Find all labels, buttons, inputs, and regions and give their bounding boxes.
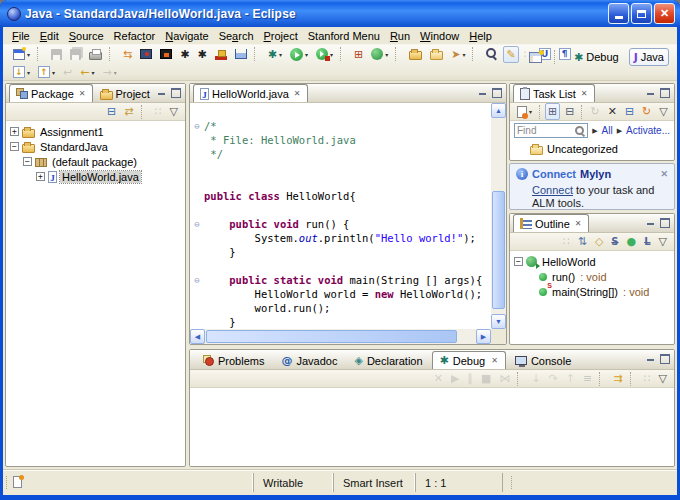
vertical-scrollbar[interactable]: ▲ ▼ bbox=[491, 103, 506, 329]
fast-view-icon[interactable] bbox=[13, 476, 22, 488]
mylyn-connect-link[interactable]: Connect bbox=[532, 184, 573, 196]
print-icon[interactable] bbox=[86, 46, 105, 63]
fold-collapse-icon[interactable]: ⊖ bbox=[190, 273, 204, 287]
menu-project[interactable]: Project bbox=[259, 29, 303, 43]
tab-console[interactable]: Console bbox=[507, 351, 579, 369]
hide-static-icon[interactable]: S bbox=[608, 233, 621, 250]
maximize-view-icon[interactable] bbox=[659, 217, 671, 228]
minimize-view-icon[interactable] bbox=[644, 217, 656, 228]
previous-annotation-icon[interactable]: ↑▾ bbox=[35, 64, 58, 81]
fold-collapse-icon[interactable]: ⊖ bbox=[190, 217, 204, 231]
next-annotation-icon[interactable]: ↓▾ bbox=[10, 64, 33, 81]
use-step-filters-icon[interactable]: ⇉ bbox=[610, 370, 625, 387]
tree-item-run[interactable]: run() : void bbox=[510, 269, 674, 284]
submit-assignment-icon[interactable]: ⇆ bbox=[120, 46, 135, 63]
maximize-view-icon[interactable] bbox=[659, 353, 671, 364]
minimize-button[interactable] bbox=[608, 3, 629, 24]
activate-link[interactable]: Activate... bbox=[626, 125, 670, 136]
tree-item-assignment1[interactable]: +Assignment1 bbox=[6, 124, 185, 139]
tab-declaration[interactable]: ◈Declaration bbox=[346, 351, 430, 369]
menu-search[interactable]: Search bbox=[214, 29, 259, 43]
close-button[interactable]: ✕ bbox=[654, 3, 675, 24]
menu-help[interactable]: Help bbox=[464, 29, 497, 43]
fold-collapse-icon[interactable]: ⊖ bbox=[190, 119, 204, 133]
view-menu-icon[interactable]: ▽ bbox=[656, 233, 670, 250]
dropdown-icon[interactable]: ▽ bbox=[656, 370, 670, 387]
menu-file[interactable]: File bbox=[7, 29, 35, 43]
menu-run[interactable]: Run bbox=[385, 29, 415, 43]
find-input[interactable] bbox=[517, 124, 573, 137]
maximize-view-icon[interactable] bbox=[170, 87, 182, 98]
export-tray-icon[interactable] bbox=[232, 46, 250, 63]
java-perspective-button[interactable]: J Java bbox=[629, 48, 669, 66]
tree-item-main-string[interactable]: main(String[]) : void bbox=[510, 284, 674, 299]
close-icon[interactable]: ✕ bbox=[491, 356, 498, 365]
link-with-editor-icon[interactable]: ⇄ bbox=[121, 103, 136, 120]
stamp-icon[interactable] bbox=[212, 46, 230, 63]
close-icon[interactable]: ✕ bbox=[581, 89, 588, 98]
maximize-button[interactable] bbox=[631, 3, 652, 24]
scroll-right-icon[interactable]: ▶ bbox=[476, 329, 491, 344]
menu-stanford-menu[interactable]: Stanford Menu bbox=[303, 29, 385, 43]
open-folder-icon-2[interactable] bbox=[427, 46, 446, 63]
debug-perspective-button[interactable]: ✱ Debug bbox=[569, 48, 624, 66]
scroll-thumb[interactable] bbox=[206, 330, 457, 343]
tree-item-default-package[interactable]: −(default package) bbox=[6, 154, 185, 169]
horizontal-scrollbar[interactable]: ◀ ▶ bbox=[190, 329, 491, 344]
menu-window[interactable]: Window bbox=[415, 29, 464, 43]
back-icon[interactable]: ←▾ bbox=[77, 64, 97, 81]
tree-item-helloworld[interactable]: −HelloWorld bbox=[510, 254, 674, 269]
open-perspective-icon[interactable] bbox=[526, 49, 545, 66]
scroll-down-icon[interactable]: ▼ bbox=[491, 314, 506, 329]
run-external-tools-icon[interactable]: ▾ bbox=[313, 46, 336, 63]
tree-item-standardjava[interactable]: −StandardJava bbox=[6, 139, 185, 154]
new-task-icon[interactable]: ▾ bbox=[514, 103, 535, 120]
category-uncategorized[interactable]: Uncategorized bbox=[510, 140, 674, 157]
hide-completed-icon[interactable]: ✕ bbox=[605, 103, 620, 120]
categorized-view-icon[interactable]: ⊞ bbox=[545, 103, 560, 120]
debug-icon[interactable]: ✱▾ bbox=[265, 46, 285, 63]
tab-debug[interactable]: ✱Debug✕ bbox=[432, 351, 506, 369]
highlight-icon[interactable]: ✎ bbox=[503, 46, 518, 63]
sort-icon[interactable]: ⇅ bbox=[575, 233, 590, 250]
collapse-all-icon[interactable]: ⊟ bbox=[622, 103, 637, 120]
close-icon[interactable]: ✕ bbox=[294, 89, 301, 98]
new-class-icon[interactable]: ▾ bbox=[368, 46, 391, 63]
hide-local-icon[interactable]: L bbox=[641, 233, 653, 250]
view-menu-icon[interactable]: ▽ bbox=[167, 103, 181, 120]
scroll-thumb[interactable] bbox=[492, 191, 505, 309]
close-icon[interactable]: ✕ bbox=[79, 89, 86, 98]
menu-source[interactable]: Source bbox=[64, 29, 109, 43]
stanford-menu-icon-1[interactable] bbox=[137, 46, 155, 63]
menu-refactor[interactable]: Refactor bbox=[109, 29, 161, 43]
expander-icon[interactable]: − bbox=[514, 257, 523, 266]
expander-icon[interactable]: + bbox=[10, 127, 19, 136]
tab-task-list[interactable]: Task List ✕ bbox=[513, 84, 595, 102]
expander-icon[interactable]: − bbox=[23, 157, 32, 166]
view-menu-icon[interactable]: ▽ bbox=[656, 103, 670, 120]
expander-icon[interactable]: + bbox=[36, 172, 45, 181]
stanford-menu-icon-2[interactable] bbox=[157, 46, 175, 63]
tab-javadoc[interactable]: @Javadoc bbox=[273, 351, 345, 369]
tab-project-explorer[interactable]: Project bbox=[93, 84, 157, 102]
minimize-view-icon[interactable] bbox=[476, 87, 488, 98]
scroll-left-icon[interactable]: ◀ bbox=[190, 329, 205, 344]
run-program-icon-1[interactable]: ✱ bbox=[177, 46, 192, 63]
launch-icon[interactable]: ➤▾ bbox=[448, 46, 468, 63]
open-folder-icon-1[interactable] bbox=[406, 46, 425, 63]
close-icon[interactable]: ✕ bbox=[660, 169, 668, 179]
filter-all-link[interactable]: All bbox=[602, 125, 613, 136]
tab-helloworld-java[interactable]: HelloWorld.java ✕ bbox=[193, 84, 308, 102]
tab-package-explorer[interactable]: Package ✕ bbox=[9, 84, 93, 102]
menu-edit[interactable]: Edit bbox=[35, 29, 64, 43]
scroll-up-icon[interactable]: ▲ bbox=[491, 103, 506, 118]
hide-nonpublic-icon[interactable]: ● bbox=[624, 233, 640, 250]
maximize-view-icon[interactable] bbox=[659, 87, 671, 98]
tab-outline[interactable]: Outline ✕ bbox=[513, 214, 589, 232]
minimize-view-icon[interactable] bbox=[644, 353, 656, 364]
maximize-view-icon[interactable] bbox=[491, 87, 503, 98]
repository-sync-icon[interactable]: ↻ bbox=[639, 103, 654, 120]
tab-problems[interactable]: Problems bbox=[195, 351, 272, 369]
close-icon[interactable]: ✕ bbox=[575, 219, 582, 228]
menu-navigate[interactable]: Navigate bbox=[160, 29, 213, 43]
